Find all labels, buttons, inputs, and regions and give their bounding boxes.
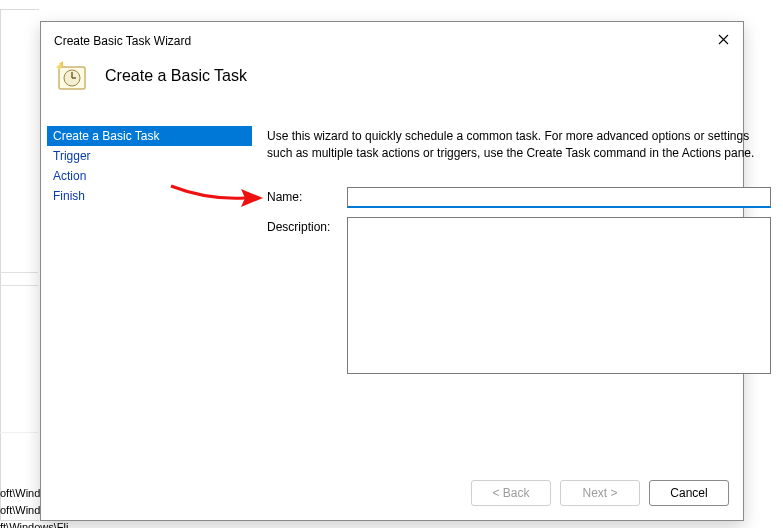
background-divider [0,272,38,273]
step-create-basic-task[interactable]: Create a Basic Task [47,126,252,146]
window-title: Create Basic Task Wizard [54,34,191,48]
create-basic-task-wizard-dialog: Create Basic Task Wizard Create a Basic … [40,21,744,521]
wizard-header-icon [56,61,88,93]
close-icon [718,34,729,45]
background-tree-panel [0,9,39,521]
close-button[interactable] [709,28,737,50]
background-divider [0,285,38,286]
name-input[interactable] [347,187,771,208]
background-text: ft\Windows\Fli... [0,521,78,528]
titlebar: Create Basic Task Wizard [41,22,743,45]
name-label: Name: [267,190,302,204]
step-trigger[interactable]: Trigger [47,146,252,166]
back-button: < Back [471,480,551,506]
background-divider [0,432,38,433]
wizard-instruction-text: Use this wizard to quickly schedule a co… [267,128,773,162]
step-finish[interactable]: Finish [47,186,252,206]
page-title: Create a Basic Task [105,67,247,85]
wizard-steps: Create a Basic Task Trigger Action Finis… [47,126,252,206]
step-action[interactable]: Action [47,166,252,186]
next-button: Next > [560,480,640,506]
description-input[interactable] [347,217,771,374]
description-label: Description: [267,220,330,234]
cancel-button[interactable]: Cancel [649,480,729,506]
